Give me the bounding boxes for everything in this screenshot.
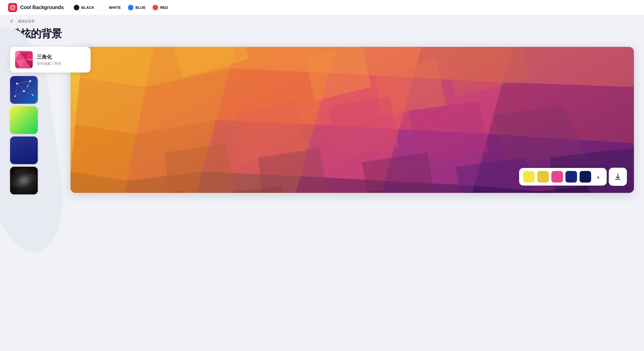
red-label: RED xyxy=(160,6,168,10)
download-button[interactable] xyxy=(609,168,627,186)
main-content: 三角化 彩色抽象三角形 xyxy=(0,47,644,204)
card-network[interactable] xyxy=(10,76,38,104)
black-dot xyxy=(74,5,79,10)
svg-point-29 xyxy=(11,172,37,189)
svg-line-23 xyxy=(24,81,30,91)
thumb-triangles-svg xyxy=(15,51,33,68)
nav-colors: BLACK WHITE BLUE RED xyxy=(74,5,168,10)
black-label: BLACK xyxy=(81,6,94,10)
page-title: 酷炫的背景 xyxy=(0,26,644,47)
card-triangles-info: 三角化 彩色抽象三角形 xyxy=(37,54,86,66)
background-preview[interactable]: ▲ xyxy=(70,47,634,193)
randomize-button[interactable]: ▲ xyxy=(594,172,603,181)
logo-area: Cool Backgrounds xyxy=(8,3,64,12)
breadcrumb-current: 酷炫的背景 xyxy=(18,19,35,24)
breadcrumb-separator: › xyxy=(15,20,16,23)
swatch-yellow-light[interactable] xyxy=(523,171,535,183)
breadcrumb-home[interactable]: 家 xyxy=(10,19,13,24)
logo-icon xyxy=(8,3,17,12)
toolbar: ▲ xyxy=(519,168,627,186)
nav-white[interactable]: WHITE xyxy=(101,5,121,10)
red-dot xyxy=(153,5,158,10)
svg-rect-0 xyxy=(8,3,17,12)
blue-dot xyxy=(128,5,133,10)
nav-black[interactable]: BLACK xyxy=(74,5,94,10)
card-spiral[interactable] xyxy=(10,167,38,194)
card-triangles-active[interactable]: 三角化 彩色抽象三角形 xyxy=(10,47,91,73)
randomize-icon: ▲ xyxy=(596,174,601,180)
logo-title: Cool Backgrounds xyxy=(20,5,64,10)
svg-line-24 xyxy=(28,81,30,86)
sidebar: 三角化 彩色抽象三角形 xyxy=(10,47,91,194)
svg-line-26 xyxy=(24,91,33,95)
spiral-svg xyxy=(10,167,38,194)
nav-blue[interactable]: BLUE xyxy=(128,5,146,10)
download-icon xyxy=(614,173,622,181)
swatch-yellow[interactable] xyxy=(537,171,549,183)
svg-point-3 xyxy=(14,6,15,6)
card-triangles-thumb xyxy=(15,51,33,68)
card-triangles-title: 三角化 xyxy=(37,54,86,60)
svg-line-25 xyxy=(15,91,24,96)
swatch-navy[interactable] xyxy=(565,171,577,183)
swatch-pink[interactable] xyxy=(551,171,563,183)
color-palette-panel: ▲ xyxy=(519,168,607,186)
svg-line-27 xyxy=(28,86,33,95)
svg-marker-75 xyxy=(329,96,399,157)
blue-label: BLUE xyxy=(135,6,146,10)
svg-line-21 xyxy=(17,81,30,84)
breadcrumb: 家 › 酷炫的背景 xyxy=(0,15,644,26)
card-navy[interactable] xyxy=(10,136,38,164)
swatch-dark-navy[interactable] xyxy=(580,171,591,183)
card-triangles-subtitle: 彩色抽象三角形 xyxy=(37,61,86,66)
card-gradient[interactable] xyxy=(10,106,38,134)
svg-line-28 xyxy=(15,84,17,96)
network-svg xyxy=(10,76,38,104)
svg-marker-76 xyxy=(409,101,488,162)
svg-line-22 xyxy=(17,84,24,91)
white-label: WHITE xyxy=(109,6,121,10)
nav-red[interactable]: RED xyxy=(153,5,168,10)
white-dot xyxy=(101,5,107,10)
header: Cool Backgrounds BLACK WHITE BLUE RED xyxy=(0,0,644,15)
